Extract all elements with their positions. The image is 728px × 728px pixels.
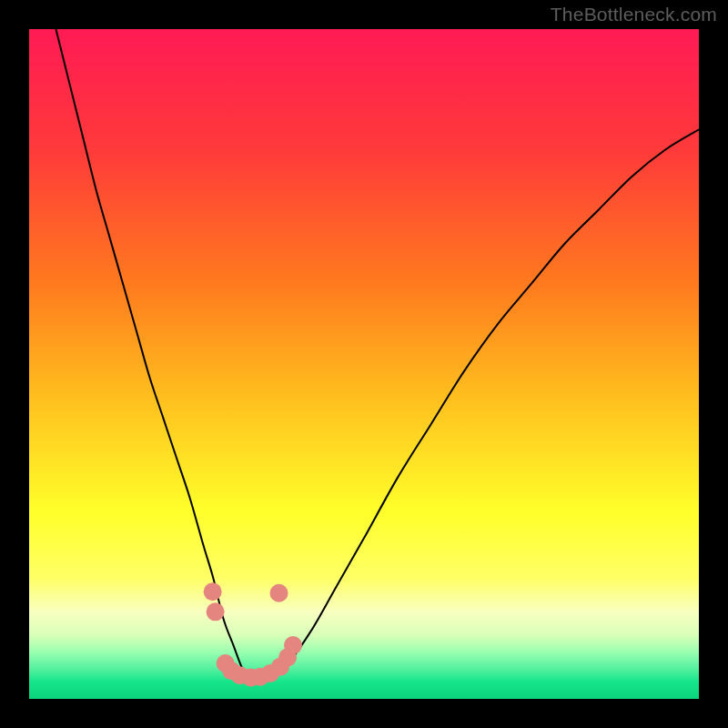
bottleneck-curve bbox=[56, 29, 699, 683]
chart-frame: TheBottleneck.com bbox=[0, 0, 728, 728]
chart-svg bbox=[29, 29, 699, 699]
highlight-dots bbox=[204, 582, 302, 686]
plot-area bbox=[29, 29, 699, 699]
highlight-dot bbox=[204, 582, 222, 601]
watermark-text: TheBottleneck.com bbox=[551, 4, 717, 25]
highlight-dot bbox=[207, 602, 225, 621]
highlight-dot bbox=[270, 584, 288, 602]
highlight-dot bbox=[284, 636, 302, 654]
